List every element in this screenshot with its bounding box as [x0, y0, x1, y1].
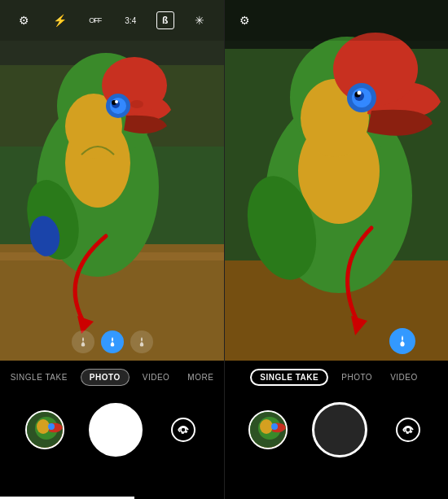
- right-mode-selector: SINGLE TAKE PHOTO VIDEO: [225, 361, 448, 393]
- left-hdr-icon[interactable]: OFF: [86, 16, 105, 24]
- right-panel: SINGLE TAKE PHOTO VIDEO: [224, 0, 448, 499]
- svg-point-22: [48, 423, 55, 430]
- right-mode-video[interactable]: VIDEO: [385, 370, 423, 385]
- left-thumbnail[interactable]: [25, 410, 64, 449]
- focus-icon-2-active[interactable]: [101, 330, 124, 353]
- left-shutter-button[interactable]: [89, 403, 143, 457]
- right-focus-icon[interactable]: [389, 328, 415, 354]
- svg-point-44: [397, 418, 419, 441]
- left-bottom-controls: SINGLE TAKE PHOTO VIDEO MORE: [0, 361, 224, 499]
- left-mode-selector: SINGLE TAKE PHOTO VIDEO MORE: [0, 361, 224, 393]
- right-arrow-overlay: [306, 220, 412, 345]
- left-live-focus-icon[interactable]: ß: [156, 11, 174, 29]
- left-flash-icon[interactable]: ⚡: [50, 14, 69, 27]
- left-flip-icon[interactable]: [167, 414, 200, 446]
- left-settings-icon[interactable]: ⚙: [15, 14, 34, 27]
- left-mode-more[interactable]: MORE: [182, 370, 218, 385]
- right-mode-single-take[interactable]: SINGLE TAKE: [250, 369, 328, 386]
- left-toolbar: ⚙ ⚡ OFF 3:4 ß ✳: [0, 0, 224, 41]
- focus-icon-3[interactable]: [130, 330, 153, 353]
- right-settings-icon[interactable]: ⚙: [235, 14, 254, 27]
- svg-point-37: [358, 91, 362, 95]
- left-focus-row: [0, 327, 224, 357]
- right-thumbnail[interactable]: [248, 410, 288, 449]
- svg-point-21: [37, 419, 50, 434]
- right-mode-photo[interactable]: PHOTO: [336, 370, 377, 385]
- svg-point-42: [260, 419, 273, 434]
- left-motion-icon[interactable]: ✳: [190, 14, 209, 27]
- right-flip-icon[interactable]: [392, 414, 424, 446]
- svg-point-24: [181, 427, 186, 432]
- svg-point-14: [115, 100, 118, 103]
- left-ratio-icon[interactable]: 3:4: [121, 16, 140, 25]
- left-mode-video[interactable]: VIDEO: [138, 370, 175, 385]
- left-mode-single-take[interactable]: SINGLE TAKE: [6, 370, 72, 385]
- right-shutter-row: [225, 393, 448, 466]
- svg-point-23: [172, 418, 195, 441]
- left-mode-photo[interactable]: PHOTO: [81, 369, 130, 386]
- svg-marker-39: [351, 316, 367, 335]
- left-shutter-row: [0, 393, 224, 466]
- right-bottom-controls: SINGLE TAKE PHOTO VIDEO: [225, 361, 448, 499]
- right-shutter-button[interactable]: [312, 402, 367, 457]
- svg-point-43: [271, 423, 278, 430]
- svg-point-17: [130, 100, 143, 108]
- left-panel: SINGLE TAKE PHOTO VIDEO MORE: [0, 0, 224, 499]
- svg-point-45: [406, 427, 411, 432]
- right-toolbar: ⚙: [225, 0, 448, 41]
- focus-icon-1[interactable]: [72, 330, 94, 353]
